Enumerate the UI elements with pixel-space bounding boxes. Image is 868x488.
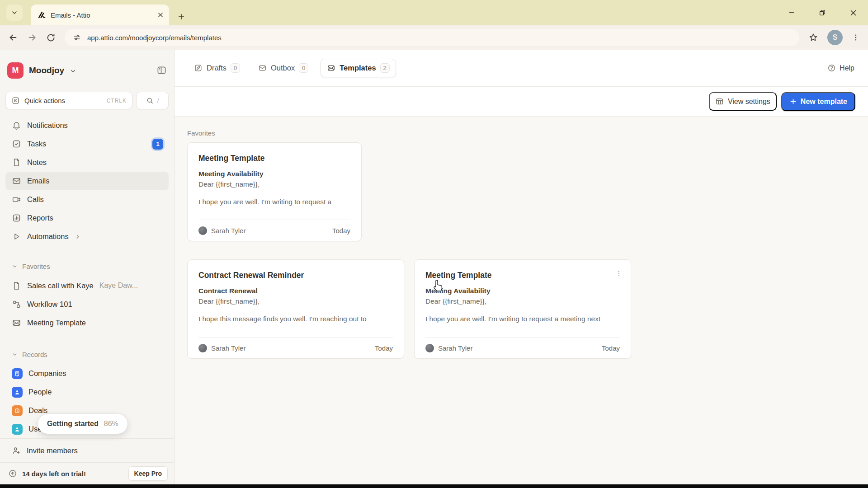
sidebar-item-calls[interactable]: Calls xyxy=(5,190,169,209)
play-icon xyxy=(12,232,21,241)
invite-members-button[interactable]: Invite members xyxy=(0,438,174,462)
chevron-down-icon xyxy=(11,9,18,16)
records-section-header[interactable]: Records xyxy=(5,349,169,360)
author-avatar xyxy=(198,226,207,235)
forward-icon[interactable] xyxy=(27,33,37,42)
author-avatar xyxy=(198,344,207,352)
record-item-people[interactable]: People xyxy=(5,383,169,401)
templates-count: 2 xyxy=(380,63,390,73)
tasks-count-badge: 1 xyxy=(152,139,163,150)
workspace-header[interactable]: M Moodjoy xyxy=(7,61,167,80)
template-date: Today xyxy=(602,344,620,352)
trial-bar: 14 days left on trial! Keep Pro xyxy=(0,462,174,484)
templates-content: Favorites Meeting Template Meeting Avail… xyxy=(175,117,868,484)
tab-drafts[interactable]: Drafts 0 xyxy=(188,59,246,77)
templates-icon xyxy=(327,64,335,72)
sidebar-item-notes[interactable]: Notes xyxy=(5,153,169,172)
site-info-icon[interactable] xyxy=(73,33,81,42)
minimize-icon[interactable] xyxy=(788,9,795,16)
tab-search-chevron-button[interactable] xyxy=(6,5,23,21)
favorites-section-header[interactable]: Favorites xyxy=(5,261,169,272)
record-item-companies[interactable]: Companies xyxy=(5,364,169,383)
template-card[interactable]: Meeting Template Meeting Availability De… xyxy=(187,142,362,241)
url-text: app.attio.com/moodjoycorp/emails/templat… xyxy=(87,34,222,42)
template-preview: I hope you are well. I'm writing to requ… xyxy=(425,315,620,323)
browser-profile-avatar[interactable]: S xyxy=(827,30,843,45)
new-tab-button[interactable] xyxy=(177,13,185,21)
table-settings-icon xyxy=(715,97,724,106)
plus-icon xyxy=(789,98,797,105)
close-icon[interactable] xyxy=(849,9,857,17)
back-icon[interactable] xyxy=(8,33,18,42)
attio-favicon xyxy=(37,10,46,19)
favorite-item-secondary: Kaye Daw... xyxy=(99,282,138,290)
template-preview: I hope this message finds you well. I'm … xyxy=(198,315,393,323)
chevron-down-icon xyxy=(12,263,18,269)
view-settings-button[interactable]: View settings xyxy=(709,92,777,111)
quick-actions-button[interactable]: Quick actions CTRLK xyxy=(5,92,132,109)
check-square-icon xyxy=(12,139,21,149)
sidebar-item-reports[interactable]: Reports xyxy=(5,209,169,227)
emails-tabbar: Drafts 0 Outbox 0 Templates 2 Help xyxy=(175,50,868,87)
workspace-logo[interactable]: M xyxy=(7,62,24,79)
help-button[interactable]: Help xyxy=(827,64,854,72)
bookmark-star-icon[interactable] xyxy=(808,33,818,42)
sidebar-item-tasks[interactable]: Tasks 1 xyxy=(5,135,169,153)
template-card-hovered[interactable]: Meeting Template Meeting Availability De… xyxy=(414,259,631,359)
all-templates-cards-row: Contract Renewal Reminder Contract Renew… xyxy=(187,259,855,359)
template-preview: I hope you are well. I'm writing to requ… xyxy=(198,198,350,206)
favorite-item-sales-call[interactable]: Sales call with Kaye Kaye Daw... xyxy=(5,277,169,295)
new-template-button[interactable]: New template xyxy=(781,92,855,111)
deals-icon xyxy=(12,405,23,416)
template-greeting: Dear {{first_name}}, xyxy=(198,180,350,188)
app-window: M Moodjoy Quick actions CTRLK / Notifica… xyxy=(0,50,868,484)
favorite-item-workflow-101[interactable]: Workflow 101 xyxy=(5,295,169,314)
sidebar-nav: Notifications Tasks 1 Notes Emails Calls xyxy=(5,116,169,246)
getting-started-percent: 86% xyxy=(104,420,118,428)
template-card[interactable]: Contract Renewal Reminder Contract Renew… xyxy=(187,259,404,359)
favorites-group-label: Favorites xyxy=(187,129,855,137)
browser-tab[interactable]: Emails - Attio xyxy=(31,5,169,25)
tab-templates[interactable]: Templates 2 xyxy=(321,59,396,77)
keep-pro-button[interactable]: Keep Pro xyxy=(128,466,168,481)
command-k-icon xyxy=(11,96,20,105)
getting-started-pill[interactable]: Getting started 86% xyxy=(38,414,127,434)
sidebar: M Moodjoy Quick actions CTRLK / Notifica… xyxy=(0,50,175,484)
card-menu-button[interactable] xyxy=(613,268,624,279)
tab-outbox[interactable]: Outbox 0 xyxy=(252,59,314,77)
quick-actions-row: Quick actions CTRLK / xyxy=(5,92,169,109)
search-button[interactable]: / xyxy=(136,92,169,109)
template-author: Sarah Tyler xyxy=(211,344,371,352)
trial-message: 14 days left on trial! xyxy=(22,470,123,478)
template-title: Meeting Template xyxy=(198,154,350,163)
templates-toolbar: View settings New template xyxy=(175,87,868,117)
workspace-name: Moodjoy xyxy=(29,66,64,75)
window-controls xyxy=(788,0,857,25)
address-bar[interactable]: app.attio.com/moodjoycorp/emails/templat… xyxy=(65,29,799,46)
favorite-item-meeting-template[interactable]: Meeting Template xyxy=(5,314,169,332)
note-icon xyxy=(12,281,21,291)
bell-icon xyxy=(12,121,21,130)
outbox-count: 0 xyxy=(299,63,308,73)
mail-template-icon xyxy=(12,318,21,328)
envelope-icon xyxy=(12,176,21,186)
plus-icon xyxy=(177,13,185,21)
sidebar-item-notifications[interactable]: Notifications xyxy=(5,116,169,135)
reload-icon[interactable] xyxy=(46,33,56,42)
sidebar-item-automations[interactable]: Automations xyxy=(5,227,169,246)
browser-menu-icon[interactable] xyxy=(852,33,860,42)
template-subject: Meeting Availability xyxy=(425,287,620,295)
person-plus-icon xyxy=(12,446,21,455)
help-icon xyxy=(827,64,836,72)
template-footer: Sarah Tyler Today xyxy=(198,220,350,241)
collapse-sidebar-icon[interactable] xyxy=(156,65,167,75)
sidebar-item-emails[interactable]: Emails xyxy=(5,172,169,190)
template-subject: Meeting Availability xyxy=(198,170,350,178)
people-icon xyxy=(12,387,23,398)
author-avatar xyxy=(425,344,434,352)
tab-close-icon[interactable] xyxy=(157,12,164,18)
template-date: Today xyxy=(332,227,350,235)
tab-title: Emails - Attio xyxy=(51,11,153,19)
chevron-right-icon xyxy=(75,234,81,240)
restore-icon[interactable] xyxy=(819,9,826,16)
